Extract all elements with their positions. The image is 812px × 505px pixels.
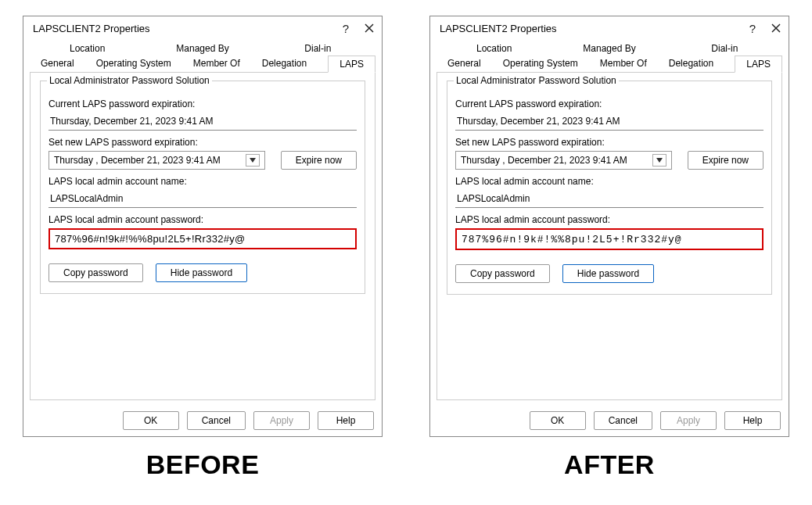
tab-member-of[interactable]: Member Of: [589, 56, 658, 73]
caption-after: AFTER: [429, 449, 789, 480]
ok-button[interactable]: OK: [123, 411, 179, 430]
tab-laps[interactable]: LAPS: [735, 56, 782, 73]
tab-dial-in[interactable]: Dial-in: [667, 41, 782, 56]
account-name-value: LAPSLocalAdmin: [455, 190, 763, 208]
groupbox-label: Local Administrator Password Solution: [454, 75, 619, 86]
account-name-label: LAPS local admin account name:: [49, 176, 357, 187]
help-icon[interactable]: ?: [749, 23, 756, 34]
tab-operating-system[interactable]: Operating System: [85, 56, 182, 73]
tab-content: Local Administrator Password Solution Cu…: [437, 72, 782, 400]
svg-marker-5: [656, 158, 663, 163]
tab-general[interactable]: General: [437, 56, 492, 73]
titlebar: LAPSCLIENT2 Properties ?: [23, 16, 382, 38]
account-name-value: LAPSLocalAdmin: [49, 190, 357, 208]
expire-now-button[interactable]: Expire now: [281, 151, 357, 170]
laps-properties-dialog-after: LAPSCLIENT2 Properties ? Location Manage…: [429, 16, 789, 437]
apply-button: Apply: [660, 411, 717, 430]
tab-member-of[interactable]: Member Of: [182, 56, 251, 73]
password-field-highlighted: 787%96#n!9k#!%%8pu!2L5+!Rr332#y@: [49, 228, 357, 249]
laps-properties-dialog-before: LAPSCLIENT2 Properties ? Location Manage…: [23, 16, 383, 437]
close-icon[interactable]: [365, 23, 374, 34]
tab-dial-in[interactable]: Dial-in: [260, 41, 375, 56]
tab-managed-by[interactable]: Managed By: [552, 41, 666, 56]
set-new-expiration-picker[interactable]: Thursday , December 21, 2023 9:41 AM: [49, 151, 265, 170]
help-button[interactable]: Help: [724, 411, 781, 430]
laps-groupbox: Local Administrator Password Solution Cu…: [447, 81, 772, 295]
tabs: Location Managed By Dial-in General Oper…: [430, 38, 789, 73]
tabs: Location Managed By Dial-in General Oper…: [23, 38, 382, 73]
dialog-title: LAPSCLIENT2 Properties: [33, 23, 150, 34]
tab-general[interactable]: General: [30, 56, 85, 73]
password-value: 787%96#n!9k#!%%8pu!2L5+!Rr332#y@: [462, 234, 682, 245]
password-field-highlighted: 787%96#n!9k#!%%8pu!2L5+!Rr332#y@: [455, 228, 763, 250]
cancel-button[interactable]: Cancel: [187, 411, 246, 430]
caption-before: BEFORE: [23, 449, 383, 480]
copy-password-button[interactable]: Copy password: [49, 263, 143, 282]
account-password-label: LAPS local admin account password:: [455, 214, 763, 225]
account-password-label: LAPS local admin account password:: [49, 214, 357, 225]
set-new-expiration-value: Thursday , December 21, 2023 9:41 AM: [461, 155, 627, 166]
set-new-expiration-value: Thursday , December 21, 2023 9:41 AM: [54, 155, 221, 166]
hide-password-button[interactable]: Hide password: [562, 264, 654, 283]
dialog-button-row: OK Cancel Apply Help: [430, 407, 789, 436]
password-value: 787%96#n!9k#!%%8pu!2L5+!Rr332#y@: [55, 233, 246, 245]
help-icon[interactable]: ?: [343, 23, 349, 34]
copy-password-button[interactable]: Copy password: [455, 264, 550, 283]
dialog-title: LAPSCLIENT2 Properties: [440, 23, 557, 34]
expire-now-button[interactable]: Expire now: [688, 151, 763, 170]
tab-content: Local Administrator Password Solution Cu…: [30, 72, 375, 400]
groupbox-label: Local Administrator Password Solution: [47, 75, 212, 86]
calendar-dropdown-icon[interactable]: [652, 154, 666, 167]
calendar-dropdown-icon[interactable]: [246, 154, 260, 167]
tab-delegation[interactable]: Delegation: [658, 56, 724, 73]
svg-marker-2: [250, 158, 256, 163]
tab-operating-system[interactable]: Operating System: [492, 56, 589, 73]
cancel-button[interactable]: Cancel: [594, 411, 652, 430]
tab-laps[interactable]: LAPS: [328, 56, 375, 73]
set-new-expiration-label: Set new LAPS password expiration:: [49, 137, 357, 148]
current-expiration-label: Current LAPS password expiration:: [49, 98, 357, 109]
tab-delegation[interactable]: Delegation: [251, 56, 318, 73]
set-new-expiration-picker[interactable]: Thursday , December 21, 2023 9:41 AM: [455, 151, 672, 170]
current-expiration-label: Current LAPS password expiration:: [455, 98, 763, 109]
hide-password-button[interactable]: Hide password: [156, 263, 247, 282]
help-button[interactable]: Help: [318, 411, 374, 430]
dialog-button-row: OK Cancel Apply Help: [23, 407, 382, 436]
current-expiration-value: Thursday, December 21, 2023 9:41 AM: [455, 113, 763, 131]
account-name-label: LAPS local admin account name:: [455, 176, 763, 187]
tab-managed-by[interactable]: Managed By: [145, 41, 260, 56]
laps-groupbox: Local Administrator Password Solution Cu…: [40, 81, 365, 294]
set-new-expiration-label: Set new LAPS password expiration:: [455, 137, 763, 148]
current-expiration-value: Thursday, December 21, 2023 9:41 AM: [49, 113, 357, 131]
ok-button[interactable]: OK: [530, 411, 586, 430]
apply-button: Apply: [253, 411, 310, 430]
tab-location[interactable]: Location: [30, 41, 145, 56]
close-icon[interactable]: [771, 23, 781, 34]
titlebar: LAPSCLIENT2 Properties ?: [430, 16, 789, 38]
tab-location[interactable]: Location: [437, 41, 552, 56]
